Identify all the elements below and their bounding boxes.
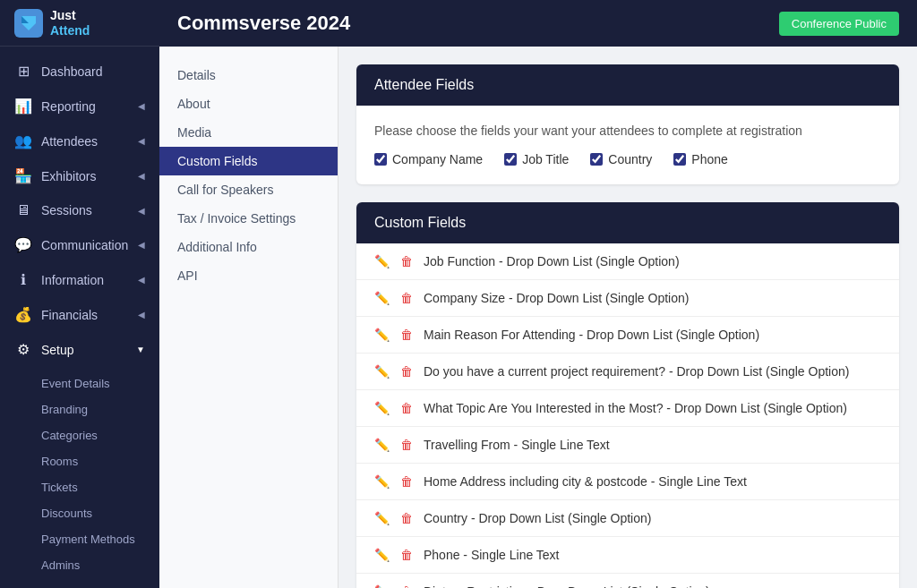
delete-icon[interactable]: 🗑 (400, 401, 413, 415)
edit-icon[interactable]: ✏️ (374, 438, 390, 452)
logo-text: Just Attend (50, 8, 90, 38)
custom-fields-header: Custom Fields (356, 202, 899, 243)
delete-icon[interactable]: 🗑 (400, 364, 413, 379)
edit-icon[interactable]: ✏️ (374, 548, 390, 562)
checkbox-phone[interactable]: Phone (673, 152, 727, 166)
field-name: What Topic Are You Interested in the Mos… (424, 401, 847, 415)
checkbox-country-input[interactable] (590, 153, 603, 166)
subitem-tickets[interactable]: Tickets (0, 474, 159, 500)
subnav-api[interactable]: API (159, 261, 338, 290)
logo-attend: Attend (50, 23, 90, 38)
attendees-icon: 👥 (14, 132, 32, 149)
subitem-admins[interactable]: Admins (0, 552, 159, 578)
delete-icon[interactable]: 🗑 (400, 328, 413, 342)
delete-icon[interactable]: 🗑 (400, 438, 413, 452)
sidebar-item-attendees[interactable]: 👥 Attendees ◀ (0, 124, 159, 158)
exhibitors-icon: 🏪 (14, 167, 32, 184)
field-name: Company Size - Drop Down List (Single Op… (424, 291, 689, 305)
subnav-details[interactable]: Details (159, 61, 338, 89)
subnav-about[interactable]: About (159, 89, 338, 118)
sidebar-label-financials: Financials (41, 308, 129, 322)
field-name: Phone - Single Line Text (424, 548, 560, 562)
checkbox-group: Company Name Job Title Country Phon (374, 152, 881, 166)
reporting-icon: 📊 (14, 98, 32, 115)
conference-badge[interactable]: Conference Public (779, 12, 899, 36)
checkbox-job-title[interactable]: Job Title (504, 152, 569, 166)
field-name: Country - Drop Down List (Single Option) (424, 511, 651, 525)
table-row: ✏️ 🗑 Travelling From - Single Line Text (356, 427, 899, 464)
sidebar-item-communication[interactable]: 💬 Communication ◀ (0, 227, 159, 262)
subitem-categories[interactable]: Categories (0, 422, 159, 448)
sidebar-label-communication: Communication (41, 238, 129, 252)
financials-arrow: ◀ (138, 310, 145, 320)
edit-icon[interactable]: ✏️ (374, 584, 390, 588)
edit-icon[interactable]: ✏️ (374, 511, 390, 525)
sidebar-item-information[interactable]: ℹ Information ◀ (0, 262, 159, 297)
field-list: ✏️ 🗑 Job Function - Drop Down List (Sing… (356, 243, 899, 588)
field-name: Main Reason For Attending - Drop Down Li… (424, 328, 759, 342)
communication-arrow: ◀ (138, 240, 145, 250)
information-icon: ℹ (14, 271, 32, 288)
sidebar-item-reporting[interactable]: 📊 Reporting ◀ (0, 89, 159, 124)
edit-icon[interactable]: ✏️ (374, 291, 390, 305)
sidebar-item-financials[interactable]: 💰 Financials ◀ (0, 297, 159, 332)
sidebar-item-sessions[interactable]: 🖥 Sessions ◀ (0, 193, 159, 227)
edit-icon[interactable]: ✏️ (374, 401, 390, 415)
sidebar-label-dashboard: Dashboard (41, 64, 145, 79)
subnav-custom-fields[interactable]: Custom Fields (159, 147, 338, 175)
delete-icon[interactable]: 🗑 (400, 584, 413, 588)
checkbox-company-name[interactable]: Company Name (374, 152, 483, 166)
logo-just: Just (50, 8, 90, 23)
subnav-tax-invoice[interactable]: Tax / Invoice Settings (159, 204, 338, 233)
subitem-discounts[interactable]: Discounts (0, 500, 159, 526)
setup-subitems: Event Details Branding Categories Rooms … (0, 367, 159, 582)
table-row: ✏️ 🗑 Dietary Restriction - Drop Down Lis… (356, 574, 899, 588)
table-row: ✏️ 🗑 Home Address including city & postc… (356, 464, 899, 500)
information-arrow: ◀ (138, 275, 145, 285)
edit-icon[interactable]: ✏️ (374, 328, 390, 342)
subnav: Details About Media Custom Fields Call f… (159, 47, 339, 588)
setup-arrow: ▼ (136, 345, 145, 354)
edit-icon[interactable]: ✏️ (374, 254, 390, 268)
checkbox-phone-input[interactable] (673, 153, 686, 166)
sidebar-item-exhibitors[interactable]: 🏪 Exhibitors ◀ (0, 158, 159, 193)
checkbox-company-name-input[interactable] (374, 153, 387, 166)
financials-icon: 💰 (14, 306, 32, 323)
delete-icon[interactable]: 🗑 (400, 291, 413, 305)
checkbox-company-name-label: Company Name (392, 152, 483, 166)
delete-icon[interactable]: 🗑 (400, 548, 413, 562)
sidebar-label-attendees: Attendees (41, 134, 129, 149)
attendee-description: Please choose the fields your want your … (374, 124, 881, 138)
field-name: Home Address including city & postcode -… (424, 474, 747, 489)
sidebar-item-setup[interactable]: ⚙ Setup ▼ (0, 332, 159, 367)
subnav-additional-info[interactable]: Additional Info (159, 233, 338, 261)
custom-fields-card: Custom Fields ✏️ 🗑 Job Function - Drop D… (356, 202, 899, 588)
table-row: ✏️ 🗑 Phone - Single Line Text (356, 537, 899, 574)
table-row: ✏️ 🗑 Country - Drop Down List (Single Op… (356, 500, 899, 537)
sidebar-item-dashboard[interactable]: ⊞ Dashboard (0, 54, 159, 89)
subitem-rooms[interactable]: Rooms (0, 448, 159, 474)
delete-icon[interactable]: 🗑 (400, 511, 413, 525)
page-title: Commsverse 2024 (177, 12, 779, 35)
subnav-media[interactable]: Media (159, 118, 338, 147)
delete-icon[interactable]: 🗑 (400, 474, 413, 489)
field-name: Dietary Restriction - Drop Down List (Si… (424, 584, 710, 588)
communication-icon: 💬 (14, 236, 32, 253)
sidebar-label-reporting: Reporting (41, 99, 129, 114)
attendee-fields-header: Attendee Fields (356, 64, 899, 106)
checkbox-job-title-input[interactable] (504, 153, 517, 166)
sidebar-nav: ⊞ Dashboard 📊 Reporting ◀ 👥 Attendees ◀ … (0, 47, 159, 588)
subitem-branding[interactable]: Branding (0, 396, 159, 422)
logo-icon (14, 9, 43, 38)
subnav-call-for-speakers[interactable]: Call for Speakers (159, 175, 338, 204)
edit-icon[interactable]: ✏️ (374, 474, 390, 489)
field-name: Job Function - Drop Down List (Single Op… (424, 254, 680, 268)
delete-icon[interactable]: 🗑 (400, 254, 413, 268)
field-name: Do you have a current project requiremen… (424, 364, 849, 379)
checkbox-country[interactable]: Country (590, 152, 652, 166)
table-row: ✏️ 🗑 Job Function - Drop Down List (Sing… (356, 243, 899, 280)
subitem-event-details[interactable]: Event Details (0, 371, 159, 396)
edit-icon[interactable]: ✏️ (374, 364, 390, 379)
subitem-payment-methods[interactable]: Payment Methods (0, 526, 159, 552)
checkbox-phone-label: Phone (691, 152, 727, 166)
